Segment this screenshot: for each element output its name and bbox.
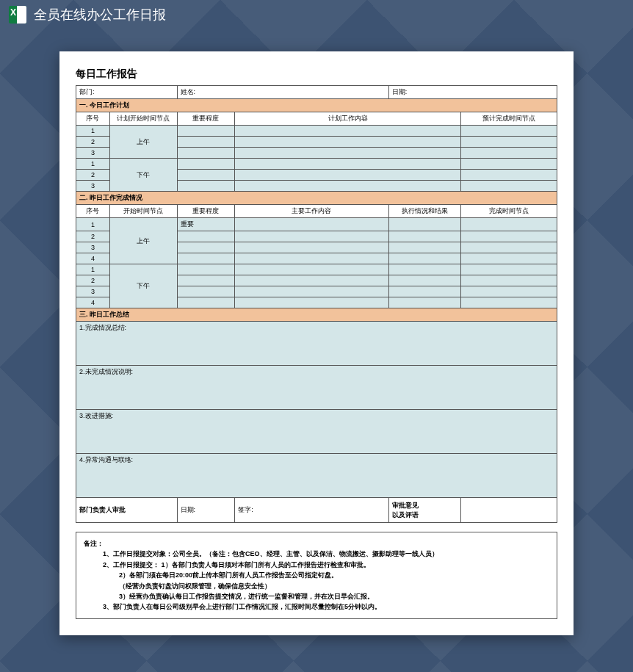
- table-row: 1下午: [76, 264, 557, 275]
- approval-sign: 签字:: [235, 498, 389, 523]
- approval-date: 日期:: [177, 498, 235, 523]
- notes-line: 3、部门负责人在每日公司级别早会上进行部门工作情况汇报，汇报时间尽量控制在5分钟…: [84, 601, 549, 612]
- notes-line: 1、工作日报提交对象：公司全员。（备注：包含CEO、经理、主管、以及保洁、物流搬…: [84, 549, 549, 559]
- summary-2: 2.未完成情况说明:: [76, 366, 557, 410]
- notes-line: 3）经营办负责确认每日工作报告提交情况，进行统一监督和管理，并在次日早会汇报。: [84, 591, 549, 601]
- section2-cols: 序号 开始时间节点 重要程度 主要工作内容 执行情况和结果 完成时间节点: [76, 205, 557, 218]
- report-table: 部门: 姓名: 日期: 一. 今日工作计划 序号 计划开始时间节点 重要程度 计…: [76, 85, 557, 523]
- section1-cols: 序号 计划开始时间节点 重要程度 计划工作内容 预计完成时间节点: [76, 112, 557, 126]
- info-row: 部门: 姓名: 日期:: [76, 86, 557, 99]
- summary-3: 3.改进措施:: [76, 410, 557, 454]
- excel-icon: [9, 6, 26, 24]
- table-row: 1上午重要: [76, 218, 557, 231]
- date-label: 日期:: [388, 86, 557, 99]
- notes-line: 2、工作日报提交： 1）各部门负责人每日须对本部门所有人员的工作报告进行检查和审…: [84, 560, 549, 570]
- summary-1: 1.完成情况总结:: [76, 322, 557, 366]
- approval-opinion-label: 审批意见 以及评语: [388, 498, 460, 523]
- notes-line: 2）各部门须在每日20:00前上传本部门所有人员工作报告至公司指定钉盘。: [84, 570, 549, 580]
- approval-opinion-value: [460, 498, 557, 523]
- notes-box: 备注： 1、工作日报提交对象：公司全员。（备注：包含CEO、经理、主管、以及保洁…: [76, 532, 557, 619]
- doc-title: 每日工作报告: [76, 68, 557, 81]
- document-page: 每日工作报告 部门: 姓名: 日期: 一. 今日工作计划 序号 计划开始时间节点…: [59, 51, 574, 635]
- section1-header: 一. 今日工作计划: [76, 99, 557, 112]
- app-topbar: 全员在线办公工作日报: [0, 0, 633, 29]
- table-row: 1下午: [76, 159, 557, 170]
- approver-label: 部门负责人审批: [76, 498, 178, 523]
- name-label: 姓名:: [177, 86, 388, 99]
- notes-line: （经营办负责钉盘访问权限管理，确保信息安全性）: [84, 581, 549, 591]
- section2-header: 二. 昨日工作完成情况: [76, 192, 557, 205]
- approval-row: 部门负责人审批 日期: 签字: 审批意见 以及评语: [76, 498, 557, 523]
- dept-label: 部门:: [76, 86, 178, 99]
- app-title: 全员在线办公工作日报: [34, 6, 166, 24]
- table-row: 1上午: [76, 126, 557, 137]
- summary-4: 4.异常沟通与联络:: [76, 454, 557, 498]
- notes-title: 备注：: [84, 538, 549, 549]
- section3-header: 三. 昨日工作总结: [76, 308, 557, 322]
